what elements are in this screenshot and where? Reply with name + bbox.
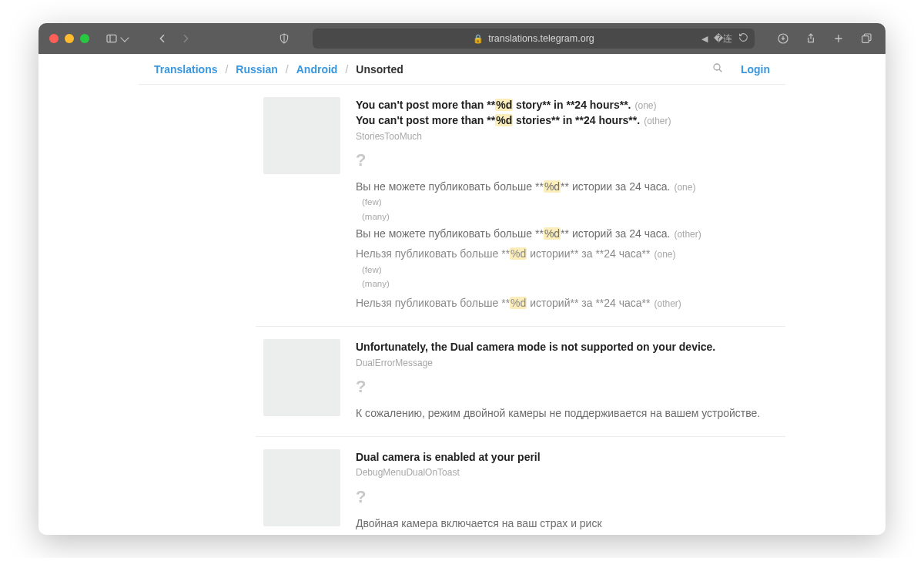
traffic-lights bbox=[49, 34, 89, 43]
translation-entry[interactable]: You can't post more than **%d story** in… bbox=[256, 85, 785, 327]
string-key: StoriesTooMuch bbox=[356, 130, 701, 143]
screenshot-thumb[interactable] bbox=[263, 339, 340, 416]
topbar: Translations / Russian / Android / Unsor… bbox=[139, 54, 785, 85]
shield-icon[interactable] bbox=[276, 30, 293, 47]
breadcrumb-android[interactable]: Android bbox=[296, 63, 338, 76]
downloads-icon[interactable] bbox=[775, 30, 792, 47]
svg-rect-0 bbox=[107, 35, 116, 42]
translation-string: К сожалению, режим двойной камеры не под… bbox=[356, 405, 760, 421]
breadcrumb-current: Unsorted bbox=[356, 63, 403, 76]
translation-string: Вы не можете публиковать больше **%d** и… bbox=[356, 226, 701, 241]
translation-entry[interactable]: Dual camera is enabled at your perilDebu… bbox=[256, 437, 785, 535]
help-icon[interactable]: ? bbox=[356, 148, 701, 173]
breadcrumb-translations[interactable]: Translations bbox=[154, 63, 217, 76]
window-zoom-button[interactable] bbox=[80, 34, 89, 43]
page-content: Translations / Russian / Android / Unsor… bbox=[38, 54, 886, 535]
string-key: DebugMenuDualOnToast bbox=[356, 466, 602, 479]
breadcrumb: Translations / Russian / Android / Unsor… bbox=[154, 63, 403, 76]
search-icon[interactable] bbox=[711, 62, 724, 77]
forward-button[interactable] bbox=[177, 30, 194, 47]
plural-tag: (few) bbox=[362, 196, 701, 209]
reader-icon[interactable]: �连 bbox=[714, 32, 732, 45]
svg-point-7 bbox=[714, 64, 720, 70]
alt-translation-string: Нельзя публиковать больше **%d истории**… bbox=[356, 246, 701, 261]
source-string: You can't post more than **%d story** in… bbox=[356, 97, 701, 113]
sidebar-icon[interactable] bbox=[103, 30, 120, 47]
window-close-button[interactable] bbox=[49, 34, 59, 43]
lock-icon: 🔒 bbox=[473, 34, 484, 44]
url-text: translations.telegram.org bbox=[488, 33, 594, 44]
help-icon[interactable]: ? bbox=[356, 375, 760, 399]
url-bar[interactable]: 🔒 translations.telegram.org ◀ �连 bbox=[313, 29, 755, 49]
entry-body: Dual camera is enabled at your perilDebu… bbox=[356, 449, 602, 531]
source-string: Dual camera is enabled at your peril bbox=[356, 449, 602, 465]
entry-body: Unfortunately, the Dual camera mode is n… bbox=[356, 339, 760, 421]
back-button[interactable] bbox=[154, 30, 171, 47]
translation-string: Двойная камера включается на ваш страх и… bbox=[356, 516, 602, 531]
entries-list: You can't post more than **%d story** in… bbox=[256, 85, 785, 535]
browser-window: 🔒 translations.telegram.org ◀ �连 bbox=[38, 23, 886, 535]
translation-string: Вы не можете публиковать больше **%d** и… bbox=[356, 179, 701, 194]
reload-icon[interactable] bbox=[738, 32, 748, 45]
screenshot-thumb[interactable] bbox=[263, 97, 340, 174]
tabs-icon[interactable] bbox=[858, 30, 875, 47]
source-string: Unfortunately, the Dual camera mode is n… bbox=[356, 339, 760, 355]
titlebar: 🔒 translations.telegram.org ◀ �连 bbox=[38, 23, 886, 54]
entry-body: You can't post more than **%d story** in… bbox=[356, 97, 701, 311]
plural-tag: (few) bbox=[362, 264, 701, 277]
svg-line-8 bbox=[719, 69, 721, 72]
translation-entry[interactable]: Unfortunately, the Dual camera mode is n… bbox=[256, 327, 785, 437]
window-minimize-button[interactable] bbox=[65, 34, 74, 43]
help-icon[interactable]: ? bbox=[356, 485, 602, 509]
string-key: DualErrorMessage bbox=[356, 357, 760, 370]
source-string: You can't post more than **%d stories** … bbox=[356, 113, 701, 128]
breadcrumb-russian[interactable]: Russian bbox=[236, 63, 277, 76]
share-icon[interactable] bbox=[802, 30, 819, 47]
screenshot-thumb[interactable] bbox=[263, 449, 340, 526]
mute-icon[interactable]: ◀ bbox=[701, 34, 708, 44]
alt-translation-string: Нельзя публиковать больше **%d историй**… bbox=[356, 295, 701, 311]
plural-tag: (many) bbox=[362, 210, 701, 223]
svg-rect-6 bbox=[862, 36, 869, 43]
plural-tag: (many) bbox=[362, 277, 701, 291]
new-tab-icon[interactable] bbox=[830, 30, 847, 47]
chevron-down-icon[interactable] bbox=[120, 33, 129, 42]
login-link[interactable]: Login bbox=[741, 63, 770, 76]
